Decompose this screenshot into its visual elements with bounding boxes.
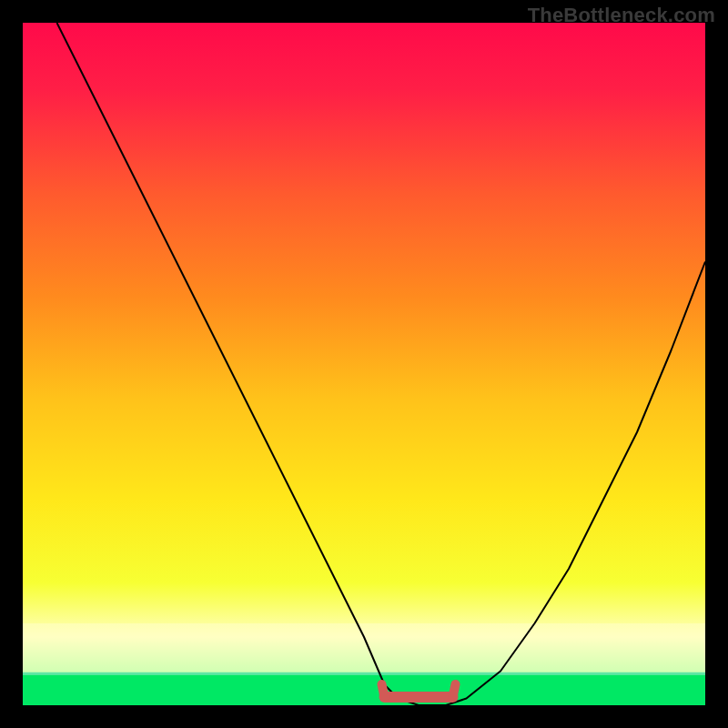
plot-area (23, 23, 705, 705)
chart-frame: TheBottleneck.com (0, 0, 728, 728)
green-band (23, 674, 705, 705)
pale-band (23, 623, 705, 674)
chart-svg (23, 23, 705, 705)
gradient-background (23, 23, 705, 705)
optimal-region-cap-left (382, 684, 385, 697)
watermark-text: TheBottleneck.com (528, 4, 715, 27)
optimal-region-cap-right (453, 684, 456, 697)
